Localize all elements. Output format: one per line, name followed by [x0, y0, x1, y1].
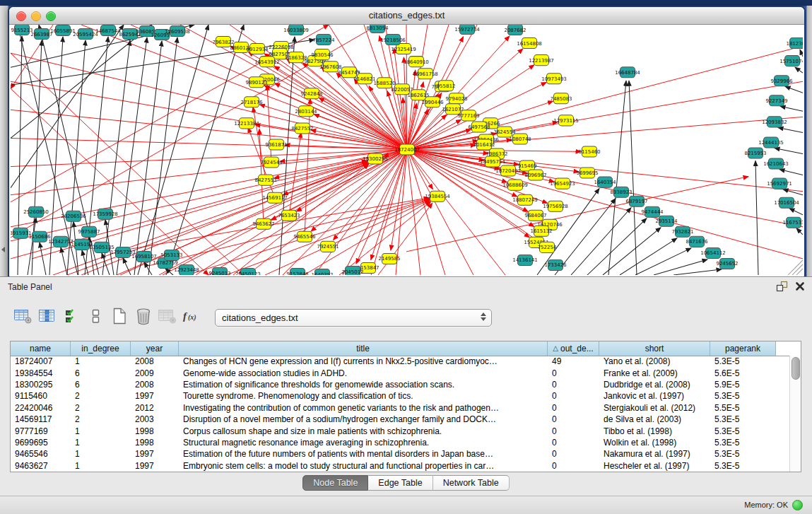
table-scrollbar[interactable]: [789, 356, 801, 472]
column-header-year[interactable]: year: [131, 341, 179, 356]
graph-node[interactable]: 16055891: [50, 25, 76, 36]
graph-node[interactable]: 17016504: [774, 197, 799, 208]
row-height-button[interactable]: [85, 308, 106, 327]
graph-node[interactable]: 7932821: [671, 226, 693, 237]
table-row[interactable]: 969969511998Structural magnetic resonanc…: [11, 437, 789, 448]
graph-node[interactable]: 9242848: [300, 88, 322, 99]
new-table-button[interactable]: [109, 308, 130, 327]
graph-node[interactable]: 14136141: [512, 255, 538, 265]
graph-node[interactable]: 16961758: [413, 69, 438, 79]
table-row[interactable]: 2242004622012Investigating the contribut…: [11, 402, 789, 414]
graph-node[interactable]: 2935114: [655, 216, 678, 226]
svg-text:f: f: [183, 310, 188, 322]
graph-node[interactable]: 10973493: [541, 74, 567, 84]
column-chooser-button[interactable]: [37, 308, 58, 327]
graph-node[interactable]: 12973115: [553, 115, 579, 126]
graph-node[interactable]: 752254: [538, 242, 557, 252]
column-header-short[interactable]: short: [599, 341, 710, 356]
column-header-title[interactable]: title: [179, 341, 548, 356]
table-row[interactable]: 977716911998Corpus callosum shape and si…: [11, 425, 789, 436]
table-row[interactable]: 1872400712008Changes of HCN gene express…: [11, 356, 789, 367]
graph-node[interactable]: 18720407: [495, 165, 521, 176]
select-all-button[interactable]: [61, 308, 82, 327]
graph-node[interactable]: 12213384: [234, 118, 259, 129]
function-builder-button[interactable]: f(x): [181, 308, 202, 327]
graph-node[interactable]: 16033809: [283, 25, 309, 35]
graph-node[interactable]: 19756928: [543, 201, 568, 211]
tab-node-table[interactable]: Node Table: [302, 475, 368, 491]
graph-node[interactable]: 16648784: [615, 67, 640, 78]
graph-node[interactable]: 2087682: [504, 25, 526, 35]
table-selector-dropdown[interactable]: citations_edges.txt: [215, 309, 492, 327]
graph-node[interactable]: 9361871: [265, 139, 287, 150]
graph-node[interactable]: 25260850: [23, 206, 49, 217]
table-row[interactable]: 911546021997Tourette syndrome. Phenomeno…: [11, 390, 789, 402]
graph-node[interactable]: 9794028: [445, 93, 467, 104]
graph-node[interactable]: 955812: [437, 81, 456, 91]
graph-node[interactable]: 12093832: [762, 117, 787, 127]
graph-node[interactable]: 2718176: [240, 97, 263, 107]
graph-node[interactable]: 12444135: [758, 137, 784, 148]
graph-node[interactable]: 9115460: [578, 146, 600, 157]
graph-node[interactable]: 1733426: [544, 259, 567, 270]
graph-node[interactable]: 8938923: [610, 187, 632, 197]
graph-node[interactable]: 9153848: [286, 268, 308, 275]
graph-node[interactable]: 1812304: [786, 38, 803, 49]
column-header-name[interactable]: name: [11, 341, 71, 356]
graph-node[interactable]: 9329966: [770, 76, 793, 86]
graph-node[interactable]: 1640352: [311, 269, 333, 275]
graph-node[interactable]: 12213987: [529, 55, 554, 66]
graph-node[interactable]: 12923448: [174, 264, 199, 275]
table-cell: Jankovic et al. (1997): [599, 391, 710, 401]
graph-node[interactable]: 20450123: [235, 268, 261, 275]
window-titlebar[interactable]: citations_edges.txt: [9, 7, 804, 25]
graph-node[interactable]: 1080748: [509, 134, 531, 144]
graph-node[interactable]: 16210643: [763, 158, 789, 169]
graph-node[interactable]: 15692971: [767, 178, 792, 189]
graph-node[interactable]: 8813054: [366, 25, 389, 33]
graph-node[interactable]: 15751074: [779, 56, 803, 66]
graph-node[interactable]: 15972734: [454, 25, 480, 35]
graph-node[interactable]: 10688609: [502, 180, 528, 190]
graph-node[interactable]: 9245013: [208, 267, 230, 275]
float-panel-button[interactable]: [775, 281, 788, 295]
graph-node[interactable]: 8427552: [291, 123, 313, 134]
graph-node[interactable]: 6879197: [625, 196, 647, 206]
graph-node[interactable]: 1640354: [594, 177, 616, 187]
table-row[interactable]: 1938455462009Genome-wide association stu…: [11, 367, 789, 378]
graph-node[interactable]: 9155213: [11, 25, 33, 35]
delete-rows-button[interactable]: [133, 308, 154, 327]
table-row[interactable]: 1456911722003Disruption of a novel membe…: [11, 414, 789, 425]
graph-node[interactable]: 18640910: [404, 57, 429, 67]
table-row[interactable]: 1830029562008Estimation of significance …: [11, 379, 789, 390]
graph-node[interactable]: 8471676: [686, 236, 708, 247]
graph-node[interactable]: 9975887: [78, 226, 100, 237]
column-header-out_de[interactable]: △out_de...: [548, 341, 599, 356]
graph-node[interactable]: 7857224: [312, 35, 335, 45]
table-scrollbar-thumb[interactable]: [792, 357, 800, 380]
graph-node[interactable]: 9227349: [765, 95, 787, 106]
panel-collapse-arrow-icon[interactable]: [1, 247, 5, 252]
new-table-icon: [111, 307, 128, 328]
network-canvas[interactable]: 1872400779638228860128891293422226058982…: [11, 25, 803, 275]
table-settings-button[interactable]: [13, 308, 34, 327]
graph-node[interactable]: 1167533: [782, 217, 803, 228]
graph-node[interactable]: 19654923: [550, 178, 575, 189]
column-header-pagerank[interactable]: pagerank: [710, 341, 776, 356]
graph-node[interactable]: 20595424: [73, 29, 98, 40]
graph-node[interactable]: 16154808: [517, 38, 542, 49]
graph-node[interactable]: 8427553: [254, 175, 276, 185]
network-graph[interactable]: 1872400779638228860128891293422226058982…: [11, 25, 803, 275]
graph-node[interactable]: 9245652: [716, 258, 738, 269]
graph-node[interactable]: 8215953: [744, 148, 766, 158]
tab-network-table[interactable]: Network Table: [433, 475, 510, 491]
graph-node[interactable]: 9474444: [641, 206, 664, 217]
column-header-in_degree[interactable]: in_degree: [71, 341, 131, 356]
close-panel-button[interactable]: [795, 281, 805, 294]
table-type-tabs: Node TableEdge TableNetwork Table: [0, 475, 812, 491]
graph-node[interactable]: 10654112: [700, 247, 726, 258]
tab-edge-table[interactable]: Edge Table: [368, 475, 433, 491]
table-row[interactable]: 946554611997Estimation of the future num…: [11, 448, 789, 460]
graph-node[interactable]: 7485083: [550, 93, 572, 104]
table-row[interactable]: 946362711997Embryonic stem cells: a mode…: [11, 460, 789, 472]
